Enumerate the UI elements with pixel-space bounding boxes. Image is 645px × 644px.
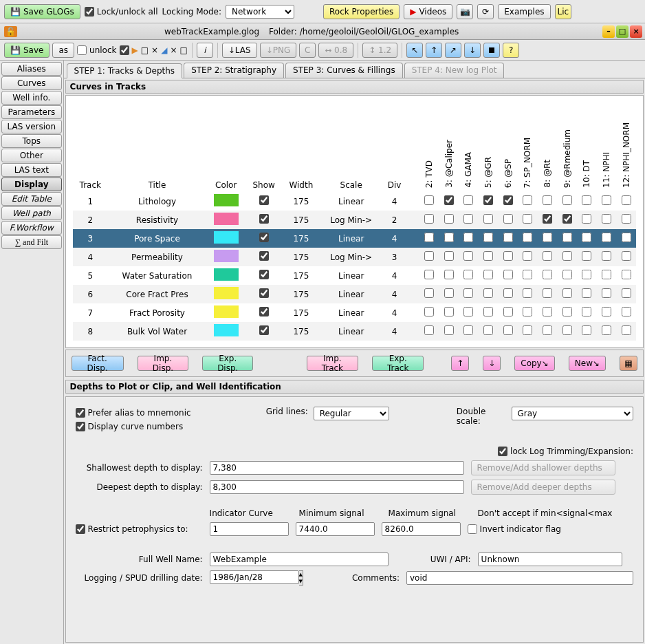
show-checkbox[interactable] — [259, 307, 269, 316]
grid-lines-select[interactable]: Regular — [314, 407, 389, 420]
save-as-button[interactable]: as — [52, 43, 74, 58]
sidebar-parameters[interactable]: Parameters — [1, 105, 62, 119]
double-scale-select[interactable]: Gray — [512, 407, 633, 420]
curve-checkbox[interactable] — [503, 214, 513, 224]
sidebar-display[interactable]: Display — [1, 178, 62, 191]
save-button[interactable]: 💾Save — [4, 43, 50, 58]
curve-checkbox[interactable] — [424, 288, 434, 298]
curve-checkbox[interactable] — [424, 195, 434, 205]
curve-checkbox[interactable] — [463, 325, 473, 335]
curve-checkbox[interactable] — [483, 288, 493, 298]
curve-checkbox[interactable] — [562, 325, 572, 335]
arrow-down-button[interactable]: ↓ — [464, 43, 481, 58]
close-button[interactable]: × — [630, 25, 642, 38]
curve-checkbox[interactable] — [543, 288, 552, 298]
curve-checkbox[interactable] — [582, 214, 591, 224]
invert-flag-checkbox[interactable]: Invert indicator flag — [468, 524, 561, 534]
fact-disp-button[interactable]: Fact. Disp. — [72, 356, 124, 371]
curve-checkbox[interactable] — [463, 233, 473, 242]
curve-checkbox[interactable] — [444, 288, 454, 298]
curve-checkbox[interactable] — [523, 307, 532, 316]
move-down-button[interactable]: ↓ — [483, 356, 501, 371]
show-checkbox[interactable] — [259, 325, 269, 335]
curve-checkbox[interactable] — [582, 307, 591, 316]
show-checkbox[interactable] — [259, 251, 269, 261]
uwi-input[interactable] — [478, 552, 622, 566]
sidebar-curves[interactable]: Curves — [1, 76, 62, 90]
curve-checkbox[interactable] — [562, 251, 572, 261]
curve-checkbox[interactable] — [523, 195, 532, 205]
curve-checkbox[interactable] — [543, 325, 552, 335]
curve-checkbox[interactable] — [483, 270, 493, 279]
curve-checkbox[interactable] — [444, 307, 454, 316]
curve-checkbox[interactable] — [602, 325, 611, 335]
sidebar-edit-table[interactable]: Edit Table — [1, 192, 62, 206]
curve-checkbox[interactable] — [483, 325, 493, 335]
camera-button[interactable]: 📷 — [457, 4, 473, 19]
curve-checkbox[interactable] — [444, 214, 454, 224]
curve-checkbox[interactable] — [602, 195, 611, 205]
max-signal-input[interactable] — [382, 522, 461, 536]
curve-checkbox[interactable] — [562, 270, 572, 279]
exp-disp-button[interactable]: Exp. Disp. — [202, 356, 253, 371]
curve-checkbox[interactable] — [523, 270, 532, 279]
curve-checkbox[interactable] — [463, 214, 473, 224]
table-row[interactable]: 3Pore Space175Linear4 — [73, 229, 636, 248]
curve-checkbox[interactable] — [463, 251, 473, 261]
table-row[interactable]: 8Bulk Vol Water175Linear4 — [73, 322, 636, 341]
curve-checkbox[interactable] — [543, 307, 552, 316]
comments-input[interactable] — [406, 571, 633, 585]
curve-checkbox[interactable] — [562, 214, 572, 224]
curve-checkbox[interactable] — [622, 233, 631, 242]
arrow-up-button[interactable]: ↑ — [426, 43, 442, 58]
sidebar-tops[interactable]: Tops — [1, 134, 62, 148]
curve-checkbox[interactable] — [424, 325, 434, 335]
date-input[interactable] — [210, 570, 299, 584]
curve-checkbox[interactable] — [543, 270, 552, 279]
curve-checkbox[interactable] — [503, 270, 513, 279]
c-button[interactable]: C — [299, 43, 316, 58]
curve-checkbox[interactable] — [503, 288, 513, 298]
prefer-alias-checkbox[interactable]: Prefer alias to mnemonic — [76, 408, 191, 418]
table-row[interactable]: 1Lithology175Linear4 — [73, 192, 636, 211]
table-row[interactable]: 7Fract Porosity175Linear4 — [73, 303, 636, 322]
curve-checkbox[interactable] — [483, 233, 493, 242]
curve-checkbox[interactable] — [582, 233, 591, 242]
curve-checkbox[interactable] — [622, 325, 631, 335]
display-nums-checkbox[interactable]: Display curve numbers — [76, 422, 184, 431]
curve-checkbox[interactable] — [602, 214, 611, 224]
well-name-input[interactable] — [210, 552, 389, 566]
remove-deeper-button[interactable]: Remove/Add deeper depths — [471, 480, 615, 495]
curve-checkbox[interactable] — [463, 270, 473, 279]
curve-checkbox[interactable] — [602, 270, 611, 279]
curve-checkbox[interactable] — [602, 251, 611, 261]
help-button[interactable]: ? — [503, 43, 519, 58]
curve-checkbox[interactable] — [622, 288, 631, 298]
lock-all-checkbox[interactable]: Lock/unlock all — [85, 7, 158, 17]
lock-trimming-checkbox[interactable]: lock Log Trimming/Expansion: — [498, 447, 633, 456]
sidebar-f-workflow[interactable]: F.Workflow — [1, 221, 62, 235]
shallow-input[interactable] — [210, 461, 464, 475]
date-up-button[interactable]: ▲ — [299, 571, 303, 578]
sidebar-aliases[interactable]: Aliases — [1, 62, 62, 76]
copy-button[interactable]: Copy↘ — [514, 356, 555, 371]
curve-checkbox[interactable] — [483, 251, 493, 261]
tab-step-3-curves-fillings[interactable]: STEP 3: Curves & Fillings — [285, 63, 403, 78]
new-button[interactable]: New↘ — [569, 356, 606, 371]
table-row[interactable]: 4Permeability175Log Min->3 — [73, 248, 636, 266]
curve-checkbox[interactable] — [424, 251, 434, 261]
curve-checkbox[interactable] — [562, 195, 572, 205]
arrow-ne-button[interactable]: ↗ — [445, 43, 461, 58]
curve-checkbox[interactable] — [543, 214, 552, 224]
show-checkbox[interactable] — [259, 214, 269, 224]
imp-disp-button[interactable]: Imp. Disp. — [138, 356, 189, 371]
curve-checkbox[interactable] — [463, 288, 473, 298]
chk-orange[interactable]: ▶ — [120, 45, 138, 55]
curve-checkbox[interactable] — [523, 288, 532, 298]
license-button[interactable]: Lic — [555, 4, 572, 19]
restrict-checkbox[interactable]: Restrict petrophysics to: — [76, 524, 203, 534]
tab-step-2-stratigraphy[interactable]: STEP 2: Stratigraphy — [184, 63, 284, 78]
width-scale-button[interactable]: ↔ 0.8 — [318, 43, 353, 58]
delete-button[interactable]: ▦ — [620, 356, 637, 371]
stop-button[interactable] — [483, 43, 500, 58]
